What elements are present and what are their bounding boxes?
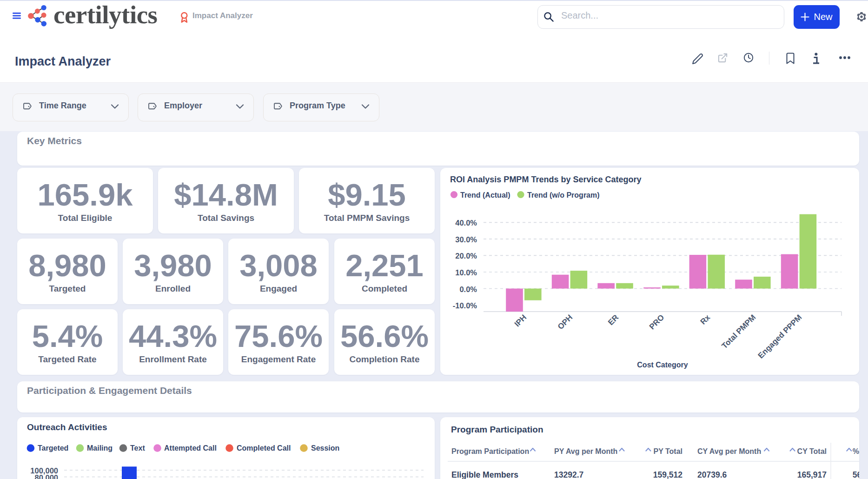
svg-text:-10.0%: -10.0%	[453, 301, 477, 310]
svg-text:159,512: 159,512	[653, 470, 683, 479]
svg-text:PY Total: PY Total	[653, 447, 682, 455]
svg-text:CY Avg per Month: CY Avg per Month	[697, 447, 761, 455]
svg-text:PY Avg per Month: PY Avg per Month	[554, 447, 617, 455]
svg-text:20.0%: 20.0%	[455, 252, 477, 260]
svg-text:40.0%: 40.0%	[455, 219, 477, 227]
svg-text:20739.6: 20739.6	[697, 470, 727, 479]
svg-text:Eligible Members: Eligible Members	[451, 470, 518, 479]
svg-text:%: %	[853, 447, 859, 455]
svg-text:ROI Analysis PMPM Trends by Se: ROI Analysis PMPM Trends by Service Cate…	[450, 175, 641, 184]
svg-text:OPH: OPH	[556, 313, 574, 331]
svg-text:IPH: IPH	[513, 313, 528, 328]
svg-text:10.0%: 10.0%	[455, 268, 477, 277]
svg-text:Cost Category: Cost Category	[637, 361, 688, 369]
svg-text:Mailing: Mailing	[87, 444, 113, 452]
svg-text:Session: Session	[311, 444, 339, 452]
svg-text:56: 56	[853, 470, 859, 479]
svg-text:Trend (Actual): Trend (Actual)	[460, 191, 510, 199]
svg-text:PRO: PRO	[648, 313, 666, 331]
svg-text:CY Total: CY Total	[797, 447, 827, 455]
svg-text:Text: Text	[130, 444, 145, 452]
svg-text:165,917: 165,917	[797, 470, 827, 479]
svg-text:13292.7: 13292.7	[554, 470, 583, 479]
svg-text:Total PMPM: Total PMPM	[720, 313, 758, 351]
svg-text:Engaged PPPM: Engaged PPPM	[756, 313, 804, 360]
svg-text:Targeted: Targeted	[38, 444, 68, 452]
svg-text:Program Participation: Program Participation	[451, 425, 543, 434]
svg-text:Outreach Activities: Outreach Activities	[27, 422, 107, 432]
svg-text:30.0%: 30.0%	[455, 235, 477, 244]
svg-text:Trend (w/o Program): Trend (w/o Program)	[527, 191, 600, 199]
svg-text:Completed Call: Completed Call	[237, 444, 291, 452]
svg-text:0.0%: 0.0%	[459, 285, 477, 293]
svg-text:Attempted Call: Attempted Call	[164, 444, 217, 452]
svg-text:Rx: Rx	[699, 313, 712, 326]
svg-text:80,000: 80,000	[35, 473, 58, 479]
svg-text:ER: ER	[606, 313, 620, 327]
svg-text:Program Participation: Program Participation	[451, 447, 529, 455]
